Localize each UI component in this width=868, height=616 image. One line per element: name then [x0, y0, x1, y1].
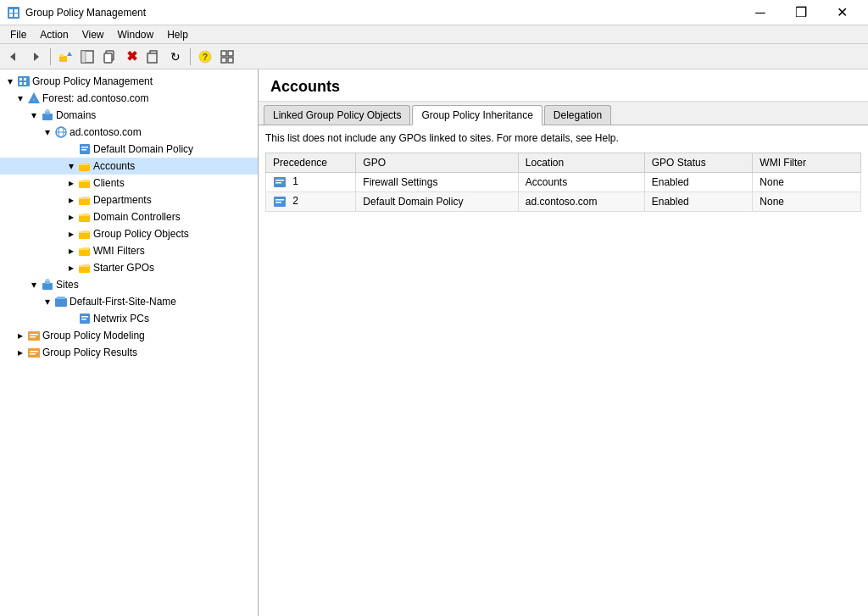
tree-item-domains[interactable]: ▾ Domains: [0, 107, 258, 124]
svg-rect-57: [30, 351, 38, 352]
restore-button[interactable]: ❒: [782, 0, 821, 25]
cell-gpo-2: Default Domain Policy: [356, 192, 518, 212]
toolbar-sep-2: [190, 48, 191, 65]
svg-marker-6: [34, 53, 39, 61]
info-text: This list does not include any GPOs link…: [265, 132, 861, 144]
expander-starter[interactable]: ▸: [64, 261, 78, 275]
svg-rect-1: [9, 9, 13, 13]
minimize-button[interactable]: ─: [741, 0, 780, 25]
svg-rect-14: [147, 53, 157, 63]
export-button[interactable]: [143, 47, 164, 67]
close-button[interactable]: ✕: [822, 0, 861, 25]
col-precedence[interactable]: Precedence: [266, 153, 356, 173]
tree-panel: ▾ Group Policy Management ▾ !: [0, 69, 259, 616]
menu-file[interactable]: File: [3, 27, 33, 42]
tree-item-departments[interactable]: ▸ Departments: [0, 191, 258, 208]
svg-rect-48: [55, 298, 67, 307]
gpo-objects-label: Group Policy Objects: [93, 228, 189, 240]
menu-help[interactable]: Help: [160, 27, 195, 42]
tree-item-domain[interactable]: ▾ ad.contoso.com: [0, 124, 258, 141]
expander-sites[interactable]: ▾: [27, 278, 41, 291]
window-controls: ─ ❒ ✕: [741, 0, 861, 25]
svg-rect-53: [28, 331, 40, 341]
svg-rect-52: [81, 319, 86, 320]
col-gpo[interactable]: GPO: [356, 153, 518, 173]
help-button[interactable]: ?: [195, 47, 215, 67]
tab-gp-inheritance[interactable]: Group Policy Inheritance: [412, 105, 542, 125]
view-button[interactable]: [217, 47, 237, 67]
expander-gp-results[interactable]: ▸: [14, 346, 27, 359]
svg-rect-23: [24, 78, 26, 80]
svg-rect-60: [275, 180, 284, 181]
svg-rect-8: [59, 54, 64, 57]
expander-gp-modeling[interactable]: ▸: [14, 329, 27, 342]
tree-item-default-site[interactable]: ▾ Default-First-Site-Name: [0, 293, 258, 310]
table-row[interactable]: 1 Firewall Settings Accounts Enabled Non…: [266, 173, 861, 192]
expander-domains[interactable]: ▾: [27, 108, 41, 122]
delete-button[interactable]: ✖: [121, 47, 142, 67]
expander-gpo-objects[interactable]: ▸: [64, 227, 78, 241]
expander-dc[interactable]: ▸: [64, 210, 78, 224]
window-title: Group Policy Management: [25, 7, 146, 19]
tree-item-default-policy[interactable]: ▸ Default Domain Policy: [0, 141, 258, 158]
tree-item-netwrix[interactable]: ▸ Netwrix PCs: [0, 310, 258, 327]
row-icon-2: [273, 195, 287, 208]
tree-item-gpo-objects[interactable]: ▸ Group Policy Objects: [0, 225, 258, 242]
show-hide-button[interactable]: [77, 47, 97, 67]
tree-item-sites[interactable]: ▾ Sites: [0, 276, 258, 293]
svg-rect-24: [19, 82, 22, 85]
svg-rect-45: [42, 283, 53, 290]
right-panel: Accounts Linked Group Policy Objects Gro…: [259, 69, 868, 616]
expander-departments[interactable]: ▸: [64, 193, 78, 207]
svg-rect-49: [57, 297, 65, 299]
netwrix-label: Netwrix PCs: [93, 313, 149, 325]
forward-button[interactable]: [25, 47, 46, 67]
expander-clients[interactable]: ▸: [64, 176, 78, 190]
tab-linked-gpo[interactable]: Linked Group Policy Objects: [264, 105, 410, 125]
tree-item-starter-gpos[interactable]: ▸ Starter GPOs: [0, 259, 258, 276]
svg-marker-5: [10, 53, 15, 61]
col-wmi-filter[interactable]: WMI Filter: [753, 153, 861, 173]
domain-icon: [54, 125, 68, 139]
menu-window[interactable]: Window: [111, 27, 161, 42]
gp-results-label: Group Policy Results: [42, 347, 137, 358]
tree-item-gp-results[interactable]: ▸ Group Policy Results: [0, 344, 258, 361]
precedence-value-2: 2: [292, 195, 298, 207]
expander-wmi[interactable]: ▸: [64, 244, 78, 258]
sites-label: Sites: [56, 279, 79, 291]
expander-domain[interactable]: ▾: [41, 125, 54, 139]
wmi-icon: [78, 244, 92, 258]
tab-delegation[interactable]: Delegation: [544, 105, 611, 125]
toolbar-sep-1: [50, 48, 51, 65]
svg-rect-21: [18, 76, 30, 86]
menu-action[interactable]: Action: [33, 27, 75, 42]
col-location[interactable]: Location: [518, 153, 644, 173]
refresh-button[interactable]: ↻: [165, 47, 186, 67]
tree-item-root[interactable]: ▾ Group Policy Management: [0, 73, 258, 90]
departments-folder-icon: [78, 193, 92, 207]
menu-view[interactable]: View: [75, 27, 111, 42]
tree-item-gp-modeling[interactable]: ▸ Group Policy Modeling: [0, 327, 258, 344]
main-layout: ▾ Group Policy Management ▾ !: [0, 69, 868, 616]
folder-up-button[interactable]: [55, 47, 75, 67]
copy-button[interactable]: [99, 47, 120, 67]
tree-item-accounts[interactable]: ▾ Accounts: [0, 158, 258, 175]
row-icon-1: [273, 175, 287, 189]
starter-gpos-label: Starter GPOs: [93, 262, 154, 274]
tree-item-wmi[interactable]: ▸ WMI Filters: [0, 242, 258, 259]
col-gpo-status[interactable]: GPO Status: [644, 153, 753, 173]
cell-gpo-1: Firewall Settings: [356, 173, 518, 192]
svg-rect-64: [275, 202, 281, 203]
tree-item-forest[interactable]: ▾ ! Forest: ad.contoso.com: [0, 90, 258, 107]
expander-root[interactable]: ▾: [3, 75, 17, 88]
table-row[interactable]: 2 Default Domain Policy ad.contoso.com E…: [266, 192, 861, 212]
tree-item-domain-controllers[interactable]: ▸ Domain Controllers: [0, 208, 258, 225]
back-button[interactable]: [3, 47, 24, 67]
expander-accounts[interactable]: ▾: [64, 159, 78, 173]
svg-rect-63: [275, 199, 284, 201]
expander-forest[interactable]: ▾: [14, 92, 27, 105]
tree-item-clients[interactable]: ▸ Clients: [0, 175, 258, 191]
default-policy-label: Default Domain Policy: [93, 143, 193, 155]
root-label: Group Policy Management: [32, 75, 153, 87]
expander-default-site[interactable]: ▾: [41, 295, 54, 308]
